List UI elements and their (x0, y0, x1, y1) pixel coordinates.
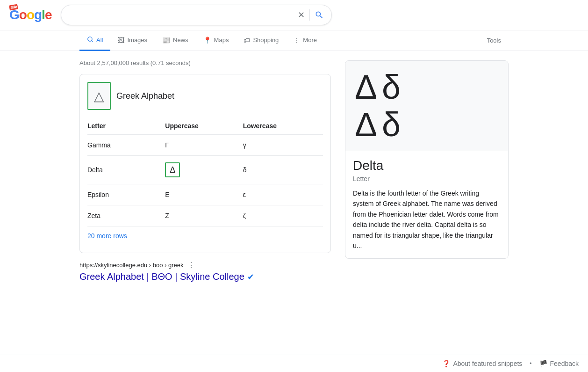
more-rows-link[interactable]: 20 more rows (87, 226, 323, 245)
cell-lower: ε (243, 184, 323, 205)
main-content: About 2,57,00,000 results (0.71 seconds)… (0, 51, 588, 282)
google-logo[interactable]: Sale G oogle (9, 7, 51, 22)
greek-table: Letter Uppercase Lowercase GammaΓγDeltaΔ… (87, 117, 323, 226)
logo-letter-g2: g (34, 7, 42, 22)
panel-title: Delta (353, 158, 501, 173)
tab-shopping[interactable]: 🏷 Shopping (236, 31, 286, 51)
footer-bar: ❓ About featured snippets • 🏴 Feedback (0, 355, 588, 372)
tab-maps-label: Maps (214, 36, 229, 44)
search-clear-button[interactable]: ✕ (298, 10, 305, 20)
search-submit-button[interactable] (315, 10, 324, 20)
result-url: https://skylinecollege.edu › boo › greek (79, 262, 184, 269)
tab-all[interactable]: All (79, 30, 110, 51)
footer-separator: • (530, 360, 531, 367)
panel-description: Delta is the fourth letter of the Greek … (353, 188, 501, 251)
news-icon: 📰 (162, 36, 170, 44)
all-icon (87, 36, 93, 44)
svg-line-1 (92, 41, 93, 42)
right-panel: Δ Δ δ δ Delta Letter Delta is the fourth… (345, 60, 509, 259)
snippet-title: Greek Alphabet (116, 91, 174, 101)
table-row: GammaΓγ (87, 135, 323, 156)
tools-button[interactable]: Tools (480, 31, 509, 50)
search-bar: capital delta symbol ✕ (61, 5, 332, 25)
delta-uppercase-symbol: Δ (355, 70, 377, 104)
more-icon: ⋮ (294, 36, 300, 44)
cell-upper: Δ (165, 156, 243, 184)
col-lowercase: Lowercase (243, 117, 323, 135)
tab-images-label: Images (127, 36, 147, 44)
result-title[interactable]: Greek Alphabet | BΘO | Skyline College ✔ (79, 271, 331, 282)
logo-sale-wrapper: Sale G (9, 7, 19, 22)
feedback-icon: 🏴 (539, 360, 547, 367)
cell-letter: Gamma (87, 135, 165, 156)
delta-lowercase-symbol: δ (382, 70, 401, 104)
result-title-text: Greek Alphabet | BΘO | Skyline College (79, 271, 244, 282)
table-row: EpsilonΕε (87, 184, 323, 205)
tab-news[interactable]: 📰 News (155, 31, 196, 51)
shopping-icon: 🏷 (244, 36, 250, 44)
logo-letter-l: l (42, 7, 45, 22)
feedback-label: Feedback (550, 360, 579, 367)
tab-maps[interactable]: 📍 Maps (196, 31, 237, 51)
result-url-row: https://skylinecollege.edu › boo › greek… (79, 261, 331, 270)
tab-images[interactable]: 🖼 Images (110, 31, 155, 51)
col-uppercase: Uppercase (165, 117, 243, 135)
search-input[interactable]: capital delta symbol (69, 11, 293, 19)
table-row: ZetaΖζ (87, 205, 323, 226)
book-icon: △ (87, 82, 111, 110)
maps-icon: 📍 (203, 36, 211, 44)
tab-more-label: More (303, 36, 317, 44)
panel-content: Delta Letter Delta is the fourth letter … (345, 151, 508, 258)
question-icon: ❓ (442, 360, 450, 367)
tab-all-label: All (96, 36, 103, 44)
verified-icon: ✔ (247, 272, 254, 282)
highlighted-delta: Δ (165, 162, 180, 177)
tab-more[interactable]: ⋮ More (286, 31, 324, 51)
panel-symbols: Δ Δ δ δ (345, 61, 508, 151)
logo-letter-e: e (45, 7, 52, 22)
tab-shopping-label: Shopping (253, 36, 279, 44)
table-header-row: Letter Uppercase Lowercase (87, 117, 323, 135)
svg-point-0 (88, 37, 92, 41)
table-row: DeltaΔδ (87, 156, 323, 184)
search-result: https://skylinecollege.edu › boo › greek… (79, 261, 331, 282)
tab-news-label: News (173, 36, 188, 44)
about-snippets-button[interactable]: ❓ About featured snippets (442, 360, 522, 367)
search-divider (309, 9, 310, 21)
cell-upper: Ε (165, 184, 243, 205)
cell-lower: ζ (243, 205, 323, 226)
cell-letter: Epsilon (87, 184, 165, 205)
delta-uppercase-symbol-2: Δ (355, 108, 377, 141)
cell-upper: Ζ (165, 205, 243, 226)
logo-letter-o1: o (19, 7, 27, 22)
result-count: About 2,57,00,000 results (0.71 seconds) (79, 56, 331, 74)
cell-lower: δ (243, 156, 323, 184)
featured-snippet: △ Greek Alphabet Letter Uppercase Lowerc… (79, 74, 331, 253)
panel-subtitle: Letter (353, 175, 501, 182)
header: Sale G oogle capital delta symbol ✕ (0, 0, 588, 30)
images-icon: 🖼 (118, 36, 124, 44)
cell-letter: Zeta (87, 205, 165, 226)
symbol-row-1: Δ Δ (355, 70, 377, 141)
results-panel: About 2,57,00,000 results (0.71 seconds)… (79, 56, 331, 282)
nav-tabs: All 🖼 Images 📰 News 📍 Maps 🏷 Shopping ⋮ … (0, 30, 588, 51)
symbol-row-2: δ δ (382, 70, 401, 141)
delta-lowercase-symbol-2: δ (382, 108, 401, 141)
snippet-header: △ Greek Alphabet (87, 82, 323, 110)
result-more-button[interactable]: ⋮ (187, 261, 195, 270)
cell-upper: Γ (165, 135, 243, 156)
cell-letter: Delta (87, 156, 165, 184)
cell-lower: γ (243, 135, 323, 156)
col-letter: Letter (87, 117, 165, 135)
about-snippets-label: About featured snippets (453, 360, 522, 367)
logo-letter-o2: o (27, 7, 34, 22)
feedback-button[interactable]: 🏴 Feedback (539, 360, 579, 367)
